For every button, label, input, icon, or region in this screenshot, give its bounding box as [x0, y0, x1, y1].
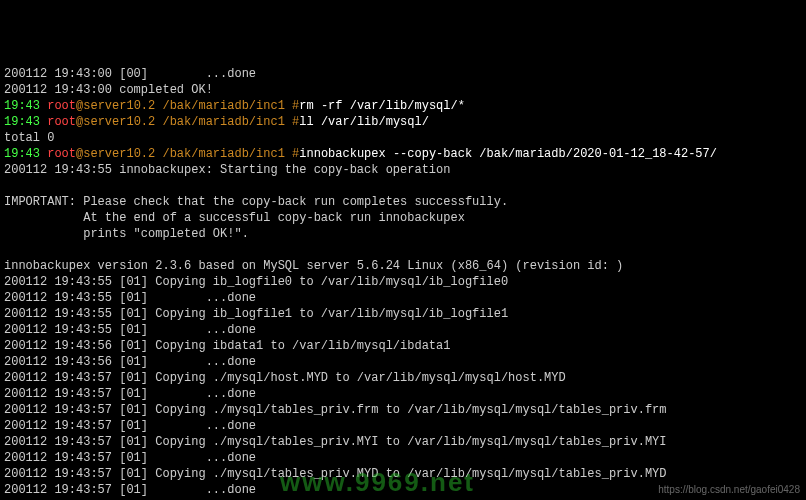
terminal-segment: 200112 19:43:56 [01] ...done [4, 355, 256, 369]
terminal-segment: IMPORTANT: Please check that the copy-ba… [4, 195, 508, 209]
terminal-output: 200112 19:43:00 [00] ...done200112 19:43… [4, 66, 802, 500]
terminal-segment: total 0 [4, 131, 54, 145]
terminal-segment: innobackupex version 2.3.6 based on MySQ… [4, 259, 623, 273]
terminal-line: 200112 19:43:00 completed OK! [4, 82, 802, 98]
terminal-segment: @server10.2 /bak/mariadb/inc1 # [76, 99, 299, 113]
terminal-segment: 200112 19:43:57 [01] ...done [4, 451, 256, 465]
terminal-segment: innobackupex --copy-back /bak/mariadb/20… [299, 147, 717, 161]
terminal-segment: 200112 19:43:57 [01] ...done [4, 483, 256, 497]
terminal-line [4, 242, 802, 258]
terminal-line: prints "completed OK!". [4, 226, 802, 242]
terminal-line: 200112 19:43:56 [01] Copying ibdata1 to … [4, 338, 802, 354]
terminal-segment: 200112 19:43:57 [01] Copying ./mysql/tab… [4, 403, 667, 417]
terminal-line: 200112 19:43:56 [01] ...done [4, 354, 802, 370]
terminal-line: IMPORTANT: Please check that the copy-ba… [4, 194, 802, 210]
terminal-line: 200112 19:43:57 [01] Copying ./mysql/tab… [4, 434, 802, 450]
terminal-line: 19:43 root@server10.2 /bak/mariadb/inc1 … [4, 98, 802, 114]
terminal-segment: 19:43 [4, 147, 40, 161]
terminal-line: 200112 19:43:55 innobackupex: Starting t… [4, 162, 802, 178]
terminal-segment: 200112 19:43:00 [00] ...done [4, 67, 256, 81]
terminal-segment: 200112 19:43:57 [01] ...done [4, 387, 256, 401]
terminal-segment: ll /var/lib/mysql/ [299, 115, 429, 129]
terminal-line: total 0 [4, 130, 802, 146]
terminal-segment: 200112 19:43:57 [01] Copying ./mysql/hos… [4, 371, 566, 385]
terminal-segment: 200112 19:43:55 [01] ...done [4, 291, 256, 305]
terminal-line: 200112 19:43:57 [01] ...done [4, 386, 802, 402]
terminal-line: 200112 19:43:55 [01] Copying ib_logfile0… [4, 274, 802, 290]
terminal-segment: root [47, 115, 76, 129]
terminal-line: 19:43 root@server10.2 /bak/mariadb/inc1 … [4, 146, 802, 162]
terminal-segment: 200112 19:43:57 [01] Copying ./mysql/tab… [4, 467, 667, 481]
terminal-segment: 19:43 [4, 99, 40, 113]
terminal-segment: root [47, 99, 76, 113]
terminal-segment: prints "completed OK!". [4, 227, 249, 241]
terminal-line: 19:43 root@server10.2 /bak/mariadb/inc1 … [4, 114, 802, 130]
terminal-line: innobackupex version 2.3.6 based on MySQ… [4, 258, 802, 274]
terminal-line: 200112 19:43:57 [01] ...done [4, 418, 802, 434]
terminal-segment: 200112 19:43:55 innobackupex: Starting t… [4, 163, 450, 177]
terminal-segment: 200112 19:43:00 completed OK! [4, 83, 213, 97]
terminal-segment: 200112 19:43:57 [01] ...done [4, 419, 256, 433]
terminal-line: 200112 19:43:57 [01] Copying ./mysql/hos… [4, 370, 802, 386]
terminal-segment: 200112 19:43:55 [01] Copying ib_logfile1… [4, 307, 508, 321]
terminal-line: 200112 19:43:57 [01] Copying ./mysql/tab… [4, 466, 802, 482]
terminal-line: 200112 19:43:55 [01] Copying ib_logfile1… [4, 306, 802, 322]
terminal-line: 200112 19:43:57 [01] ...done [4, 482, 802, 498]
terminal-segment: @server10.2 /bak/mariadb/inc1 # [76, 115, 299, 129]
terminal-line: 200112 19:43:57 [01] ...done [4, 450, 802, 466]
terminal-line: 200112 19:43:57 [01] Copying ./mysql/tab… [4, 402, 802, 418]
terminal-segment: 19:43 [4, 115, 40, 129]
terminal-segment: rm -rf /var/lib/mysql/* [299, 99, 465, 113]
terminal-segment: root [47, 147, 76, 161]
terminal-line [4, 178, 802, 194]
terminal-segment: @server10.2 /bak/mariadb/inc1 # [76, 147, 299, 161]
terminal-segment: 200112 19:43:55 [01] Copying ib_logfile0… [4, 275, 508, 289]
terminal-line: At the end of a successful copy-back run… [4, 210, 802, 226]
terminal-line: 200112 19:43:55 [01] ...done [4, 322, 802, 338]
terminal-line: 200112 19:43:55 [01] ...done [4, 290, 802, 306]
terminal-line: 200112 19:43:00 [00] ...done [4, 66, 802, 82]
terminal-segment: 200112 19:43:56 [01] Copying ibdata1 to … [4, 339, 450, 353]
terminal-segment: 200112 19:43:55 [01] ...done [4, 323, 256, 337]
terminal-segment: At the end of a successful copy-back run… [4, 211, 465, 225]
terminal-segment: 200112 19:43:57 [01] Copying ./mysql/tab… [4, 435, 667, 449]
